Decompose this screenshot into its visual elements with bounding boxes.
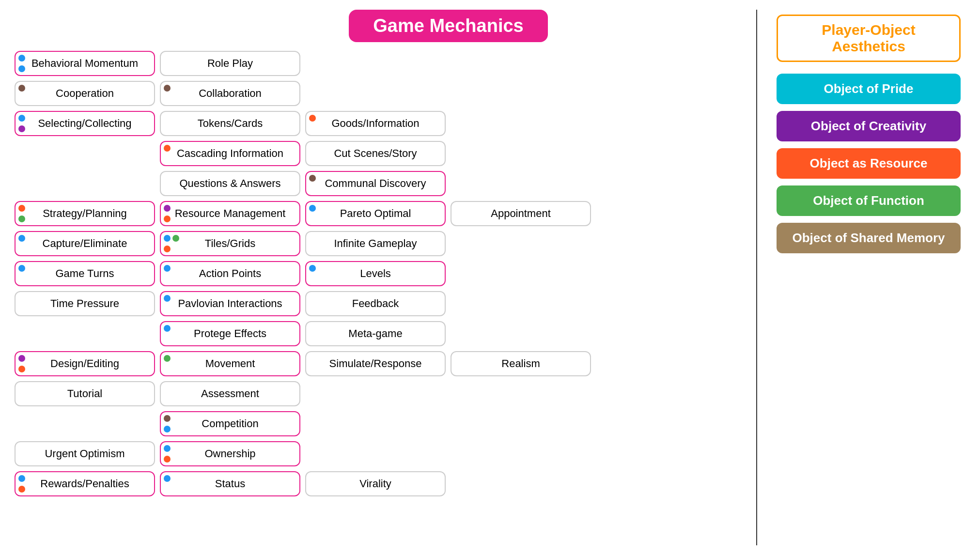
assessment-label: Assessment [201, 387, 259, 400]
virality-card: Virality [305, 471, 446, 496]
communal-discovery-label: Communal Discovery [325, 177, 426, 190]
strategy-planning-label: Strategy/Planning [43, 207, 127, 220]
selecting-collecting-card: Selecting/Collecting [15, 111, 155, 136]
protege-effects-card: Protege Effects [160, 321, 300, 346]
design-editing-card: Design/Editing [15, 351, 155, 376]
urgent-optimism-label: Urgent Optimism [45, 447, 124, 460]
role-play-card: Role Play [160, 51, 300, 76]
time-pressure-label: Time Pressure [50, 297, 119, 310]
design-editing-dot-orange [18, 366, 25, 372]
competition-label: Competition [202, 417, 258, 430]
urgent-optimism-card: Urgent Optimism [15, 441, 155, 466]
levels-label: Levels [360, 267, 391, 280]
resource-management-card: Resource Management [160, 201, 300, 226]
tiles-grids-dot-green [172, 235, 179, 242]
cascading-information-card: Cascading Information [160, 141, 300, 166]
tutorial-card: Tutorial [15, 381, 155, 406]
behavioral-momentum-card: Behavioral Momentum [15, 51, 155, 76]
resource-management-dot-purple [164, 205, 171, 212]
protege-effects-dot-blue [164, 325, 171, 332]
design-editing-label: Design/Editing [50, 357, 119, 370]
movement-card: Movement [160, 351, 300, 376]
virality-label: Virality [359, 478, 391, 490]
game-turns-card: Game Turns [15, 261, 155, 286]
status-label: Status [215, 478, 245, 490]
object-function-item: Object of Function [777, 185, 961, 216]
capture-eliminate-card: Capture/Eliminate [15, 231, 155, 256]
tutorial-label: Tutorial [67, 387, 103, 400]
goods-information-dot-orange [309, 115, 316, 122]
pavlovian-interactions-label: Pavlovian Interactions [178, 297, 282, 310]
tiles-grids-dot-blue [164, 235, 171, 242]
game-turns-dot-blue [18, 265, 25, 272]
behavioral-momentum-dot-blue [18, 65, 25, 72]
action-points-card: Action Points [160, 261, 300, 286]
capture-eliminate-label: Capture/Eliminate [43, 237, 127, 250]
cut-scenes-story-card: Cut Scenes/Story [305, 141, 446, 166]
competition-card: Competition [160, 411, 300, 436]
communal-discovery-card: Communal Discovery [305, 171, 446, 196]
tiles-grids-label: Tiles/Grids [205, 237, 255, 250]
resource-management-label: Resource Management [175, 207, 286, 220]
cooperation-dot-brown [18, 85, 25, 92]
meta-game-card: Meta-game [305, 321, 446, 346]
meta-game-label: Meta-game [348, 327, 402, 340]
rewards-penalties-dot-orange [18, 486, 25, 493]
strategy-planning-dot-orange [18, 205, 25, 212]
resource-management-dot-orange [164, 216, 171, 222]
object-resource-item: Object as Resource [777, 148, 961, 179]
role-play-label: Role Play [207, 57, 253, 70]
competition-dot-brown [164, 415, 171, 422]
cooperation-card: Cooperation [15, 81, 155, 106]
selecting-collecting-dot-blue [18, 115, 25, 122]
selecting-collecting-dot-purple [18, 125, 25, 132]
object-creativity-item: Object of Creativity [777, 111, 961, 141]
rewards-penalties-label: Rewards/Penalties [40, 478, 129, 490]
levels-card: Levels [305, 261, 446, 286]
pavlovian-interactions-dot-blue [164, 295, 171, 302]
pareto-optimal-dot-blue [309, 205, 316, 212]
status-card: Status [160, 471, 300, 496]
levels-dot-blue [309, 265, 316, 272]
collaboration-label: Collaboration [199, 87, 262, 100]
protege-effects-label: Protege Effects [194, 327, 266, 340]
action-points-dot-blue [164, 265, 171, 272]
simulate-response-card: Simulate/Response [305, 351, 446, 376]
panel-title: Player-Object Aesthetics [777, 15, 961, 62]
appointment-label: Appointment [491, 207, 551, 220]
appointment-card: Appointment [451, 201, 591, 226]
feedback-card: Feedback [305, 291, 446, 316]
collaboration-card: Collaboration [160, 81, 300, 106]
capture-eliminate-dot-blue [18, 235, 25, 242]
cascading-information-label: Cascading Information [177, 147, 283, 160]
object-shared-memory-item: Object of Shared Memory [777, 223, 961, 253]
goods-information-card: Goods/Information [305, 111, 446, 136]
movement-dot-green [164, 355, 171, 362]
communal-discovery-dot-brown [309, 175, 316, 182]
cooperation-label: Cooperation [56, 87, 114, 100]
pareto-optimal-label: Pareto Optimal [340, 207, 411, 220]
object-pride-item: Object of Pride [777, 74, 961, 104]
strategy-planning-dot-green [18, 216, 25, 222]
questions-answers-card: Questions & Answers [160, 171, 300, 196]
main-area: Game Mechanics Behavioral MomentumRole P… [0, 0, 756, 555]
behavioral-momentum-dot-blue [18, 55, 25, 62]
ownership-dot-blue [164, 445, 171, 452]
simulate-response-label: Simulate/Response [329, 357, 422, 370]
movement-label: Movement [205, 357, 255, 370]
assessment-card: Assessment [160, 381, 300, 406]
collaboration-dot-brown [164, 85, 171, 92]
cards-grid: Behavioral MomentumRole PlayCooperationC… [15, 51, 742, 496]
feedback-label: Feedback [352, 297, 399, 310]
time-pressure-card: Time Pressure [15, 291, 155, 316]
rewards-penalties-card: Rewards/Penalties [15, 471, 155, 496]
tiles-grids-dot-orange [164, 246, 171, 252]
pavlovian-interactions-card: Pavlovian Interactions [160, 291, 300, 316]
cascading-information-dot-orange [164, 145, 171, 152]
tokens-cards-label: Tokens/Cards [198, 117, 263, 130]
game-turns-label: Game Turns [55, 267, 114, 280]
realism-card: Realism [451, 351, 591, 376]
goods-information-label: Goods/Information [332, 117, 420, 130]
action-points-label: Action Points [199, 267, 261, 280]
header: Game Mechanics [15, 10, 742, 42]
